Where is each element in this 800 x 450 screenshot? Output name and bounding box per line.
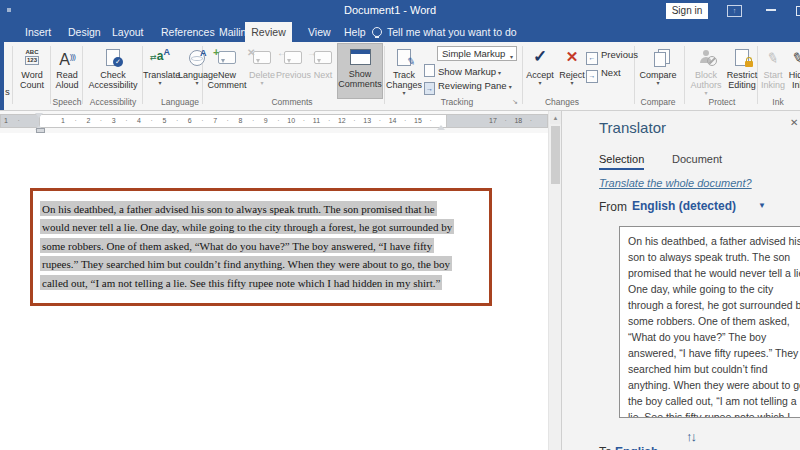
group-label-protect: Protect [694,97,750,108]
close-icon[interactable]: ✕ [790,117,798,128]
track-changes-button[interactable]: ✎ Track Changes ▾ [386,45,422,97]
tell-me-box[interactable]: Tell me what you want to do [387,22,517,42]
pane-title: Translator [599,119,666,136]
dropdown-caret: ▾ [557,80,587,86]
dropdown-caret: ▾ [688,90,724,96]
group-divider [50,46,51,104]
document-paragraph[interactable]: On his deathbed, a father advised his so… [40,199,490,292]
group-label-comments: Comments [262,97,322,108]
to-language-row: To English [599,445,658,450]
source-text-box[interactable]: On his deathbed, a father advised his so… [619,226,800,418]
hide-ink-icon: ✎ [790,49,800,67]
group-divider [684,46,685,104]
tab-selection[interactable]: Selection [599,153,644,170]
show-markup-icon [424,64,435,77]
ribbon-tab-bar: Insert Design Layout References Mailings… [0,22,800,42]
word-count-button[interactable]: ABC123 Word Count [14,45,50,97]
display-for-review-value: Simple Markup [442,48,505,59]
selected-text-line: called out, “I am not telling a lie. See… [40,275,442,290]
scrollbar-thumb[interactable] [551,126,560,184]
to-language-dropdown[interactable]: English [615,445,658,450]
start-inking-button[interactable]: ✎ Start Inking [760,45,786,97]
group-label-language: Language [152,97,208,108]
dropdown-caret: ▾ [143,80,177,86]
show-comments-button[interactable]: Show Comments [337,43,383,99]
tab-view[interactable]: View [308,22,331,42]
group-divider [12,46,13,104]
maximize-icon[interactable] [796,6,800,16]
previous-comment-button[interactable]: ← Previous [276,45,310,97]
translate-whole-document-link[interactable]: Translate the whole document? [599,177,752,189]
group-label-accessibility: Accessibility [84,97,142,108]
minimize-icon[interactable] [766,9,776,11]
group-label-changes: Changes [532,97,592,108]
new-comment-icon: + [218,51,236,64]
track-changes-icon: ✎ [397,49,411,66]
swap-languages-icon[interactable]: ↑↓ [686,429,695,444]
group-label-ink: Ink [762,97,794,108]
selected-text-line: On his deathbed, a father advised his so… [40,201,437,216]
horizontal-ruler[interactable]: 1·1·2·3·4·5·6·7·8·9·10·11·12·13·14·15·17… [0,111,548,133]
from-label: From [599,200,627,214]
reviewing-pane-button[interactable]: →Reviewing Pane▾ [424,80,512,95]
next-comment-icon: → [314,51,332,64]
document-scrollbar[interactable]: ▲ [548,111,561,450]
next-comment-button[interactable]: → Next [310,45,336,97]
dropdown-caret: ▾ [509,84,512,90]
window-title: Document1 - Word [344,4,436,16]
dropdown-caret: ▾ [248,80,276,86]
selected-text-line: rupees.” They searched him but couldn’t … [40,256,452,271]
dropdown-caret: ▾ [386,90,422,96]
accept-button[interactable]: ✓ Accept ▾ [524,45,556,97]
selected-text-line: would never tell a lie. One day, while g… [40,219,454,234]
block-authors-button[interactable]: Block Authors ▾ [688,45,724,97]
group-divider [82,46,83,104]
previous-comment-icon: ← [284,51,302,64]
chevron-down-icon[interactable]: ▼ [758,201,766,210]
show-comments-icon [350,49,371,65]
tab-insert[interactable]: Insert [25,22,51,42]
check-accessibility-icon: ✓ [106,49,120,66]
translator-pane: ✕ Translator Selection Document Translat… [561,111,800,450]
compare-button[interactable]: Compare ▾ [638,45,678,97]
right-indent-marker[interactable] [437,121,445,130]
dropdown-caret: ▾ [510,51,513,64]
scroll-up-icon[interactable]: ▲ [550,112,561,124]
tab-design[interactable]: Design [68,22,101,42]
compare-icon [650,49,666,65]
new-comment-button[interactable]: + New Comment [206,45,248,97]
ribbon-display-options-icon[interactable]: ↑ [727,5,742,17]
tracking-dialog-launcher-icon[interactable]: ↘ [512,98,518,106]
sign-in-button[interactable]: Sign in [666,3,708,19]
reject-button[interactable]: ✕ Reject ▾ [557,45,587,97]
dropdown-caret: ▾ [524,80,556,86]
reject-icon: ✕ [566,48,579,65]
window-edge [0,42,4,110]
check-accessibility-button[interactable]: ✓ Check Accessibility [84,45,142,97]
tab-review-active[interactable]: Review [245,22,292,42]
translate-button[interactable]: ⇄aA Translate ▾ [143,45,177,97]
word-count-icon: ABC123 [25,49,39,65]
hide-ink-button[interactable]: ✎ Hide Ink [784,45,800,97]
from-language-dropdown[interactable]: English (detected) [632,199,736,213]
previous-change-button[interactable]: ←Previous [586,49,638,64]
restrict-editing-button[interactable]: Restrict Editing [724,45,760,97]
document-page[interactable]: On his deathbed, a father advised his so… [0,133,548,450]
restrict-editing-icon [735,49,749,66]
tab-layout[interactable]: Layout [112,22,144,42]
tab-help[interactable]: Help [344,22,366,42]
delete-comment-button[interactable]: ✕ Delete ▾ [248,45,276,97]
group-label-tracking: Tracking [422,97,492,108]
read-aloud-button[interactable]: A))) Read Aloud [52,45,82,97]
accept-icon: ✓ [533,47,547,66]
display-for-review-select[interactable]: Simple Markup ▾ [437,46,517,61]
tab-document[interactable]: Document [672,153,722,165]
show-markup-button[interactable]: Show Markup▾ [424,64,501,79]
group-divider [384,46,385,104]
delete-comment-icon: ✕ [253,51,271,64]
word-window: Document1 - Word Sign in ↑ Insert Design… [0,0,800,450]
tab-references[interactable]: References [161,22,215,42]
selected-text-line: some robbers. One of them asked, “What d… [40,238,434,253]
next-change-button[interactable]: →Next [586,67,621,82]
start-inking-icon: ✎ [765,49,780,67]
